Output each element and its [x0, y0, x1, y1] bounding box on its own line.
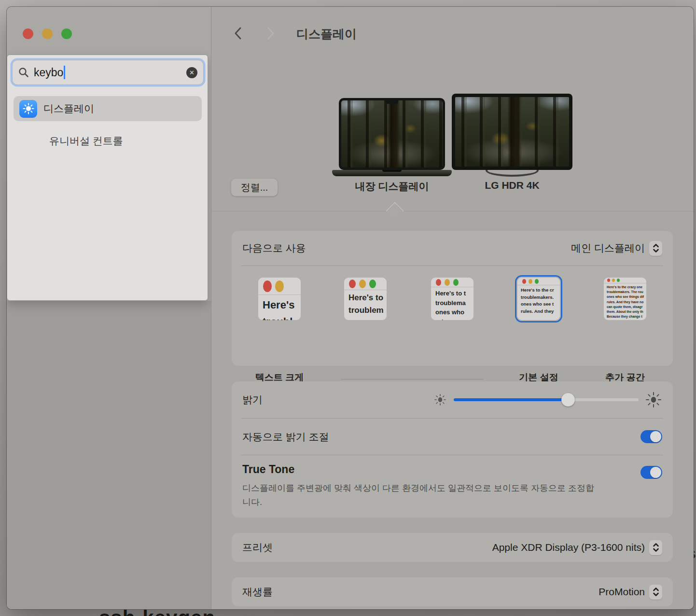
preset-row: 프리셋 Apple XDR Display (P3-1600 nits)	[232, 533, 673, 562]
sidebar: keybo ✕ 디스플레이	[7, 7, 211, 609]
brightness-panel: 밝기	[232, 381, 673, 518]
auto-brightness-row: 자동으로 밝기 조절	[232, 419, 673, 455]
text-cursor	[64, 66, 65, 79]
refresh-rate-panel: 재생률 ProMotion	[232, 577, 673, 606]
display-brightness-icon	[19, 100, 37, 118]
external-display-thumbnail[interactable]	[452, 94, 572, 170]
scaling-option-2[interactable]: Here's totroublemones	[344, 278, 387, 320]
preset-value: Apple XDR Display (P3-1600 nits)	[492, 542, 645, 553]
search-result-universal-control[interactable]: 유니버설 컨트롤	[14, 128, 202, 154]
toggle-knob	[650, 467, 661, 478]
built-in-display-thumbnail[interactable]	[339, 98, 445, 170]
brightness-label: 밝기	[242, 393, 263, 406]
clear-search-icon[interactable]: ✕	[186, 67, 197, 78]
close-button[interactable]	[23, 28, 33, 39]
chevron-up-down-icon	[649, 585, 662, 600]
preset-panel: 프리셋 Apple XDR Display (P3-1600 nits)	[232, 533, 673, 562]
search-query-text: keybo	[34, 66, 63, 79]
true-tone-toggle[interactable]	[640, 466, 662, 479]
refresh-rate-value: ProMotion	[599, 586, 645, 598]
use-as-label: 다음으로 사용	[242, 241, 306, 255]
resolution-panel: 다음으로 사용 메인 디스플레이 Here'stroubl	[232, 231, 673, 366]
scaling-option-default[interactable]: Here's to the crtroublemakers.ones who s…	[517, 278, 560, 320]
wallpaper-forest	[455, 97, 569, 167]
desktop: { "window": { "traffic_lights": ["close"…	[0, 0, 696, 616]
laptop-notch	[386, 100, 398, 104]
search-results-popover: keybo ✕ 디스플레이	[7, 55, 208, 301]
chevron-up-down-icon	[649, 241, 662, 256]
arrange-displays-button[interactable]: 정렬...	[231, 178, 278, 196]
scaling-option-larger-text[interactable]: Here'stroubl	[258, 278, 301, 320]
external-display-label: LG HDR 4K	[454, 180, 570, 191]
scaling-option-3[interactable]: Here's to ttroublemaones whorules	[431, 278, 473, 320]
sidebar-background	[7, 301, 211, 609]
use-as-row: 다음으로 사용 메인 디스플레이	[232, 231, 673, 266]
brightness-row: 밝기	[232, 381, 673, 418]
page-title: 디스플레이	[296, 26, 357, 42]
preset-popup[interactable]: Apple XDR Display (P3-1600 nits)	[492, 540, 662, 555]
scaling-connector-line	[341, 379, 484, 379]
selected-display-pointer	[386, 202, 404, 220]
search-input[interactable]: keybo ✕	[12, 60, 204, 85]
refresh-rate-popup[interactable]: ProMotion	[599, 585, 662, 600]
toggle-knob	[650, 431, 661, 442]
forward-button[interactable]	[265, 26, 276, 41]
scaling-options: Here'stroubl Here's totroublemones Here'…	[232, 266, 673, 365]
back-button[interactable]	[233, 26, 243, 41]
search-result-label: 유니버설 컨트롤	[49, 134, 123, 148]
brightness-high-icon	[645, 392, 662, 408]
auto-brightness-toggle[interactable]	[640, 430, 662, 443]
refresh-rate-row: 재생률 ProMotion	[232, 577, 673, 606]
wallpaper-forest	[341, 100, 443, 168]
navigation	[233, 26, 276, 41]
brightness-slider[interactable]	[440, 381, 662, 418]
scaling-option-more-space[interactable]: Here's to the crazy onetroublemakers. Th…	[604, 278, 646, 320]
search-result-display[interactable]: 디스플레이	[14, 96, 202, 121]
search-result-label: 디스플레이	[43, 102, 94, 115]
true-tone-label: True Tone	[242, 463, 294, 476]
system-settings-window: keybo ✕ 디스플레이	[7, 7, 694, 609]
main-content: 디스플레이 정렬... 내장 디스플레이 LG HDR 4K 다음으로 사용 메…	[211, 7, 694, 609]
brightness-fill	[454, 398, 568, 401]
chevron-up-down-icon	[649, 540, 662, 555]
section-divider	[211, 211, 694, 211]
brightness-low-icon	[434, 393, 446, 406]
search-icon	[18, 67, 29, 78]
window-controls	[23, 28, 72, 39]
built-in-display-label: 내장 디스플레이	[334, 180, 450, 193]
use-as-value: 메인 디스플레이	[571, 241, 645, 255]
brightness-track[interactable]	[454, 398, 639, 401]
use-as-popup[interactable]: 메인 디스플레이	[571, 241, 662, 256]
preset-label: 프리셋	[242, 541, 273, 554]
true-tone-description: 디스플레이를 주변광에 맞춰 색상이 다른 환경에서도 일관적으로 보이도록 자…	[242, 481, 599, 509]
zoom-button[interactable]	[61, 28, 72, 39]
brightness-thumb[interactable]	[561, 393, 575, 406]
refresh-rate-label: 재생률	[242, 585, 273, 599]
minimize-button[interactable]	[42, 28, 53, 39]
laptop-base	[332, 170, 452, 176]
true-tone-row: True Tone 디스플레이를 주변광에 맞춰 색상이 다른 환경에서도 일관…	[232, 455, 673, 518]
auto-brightness-label: 자동으로 밝기 조절	[242, 430, 329, 444]
